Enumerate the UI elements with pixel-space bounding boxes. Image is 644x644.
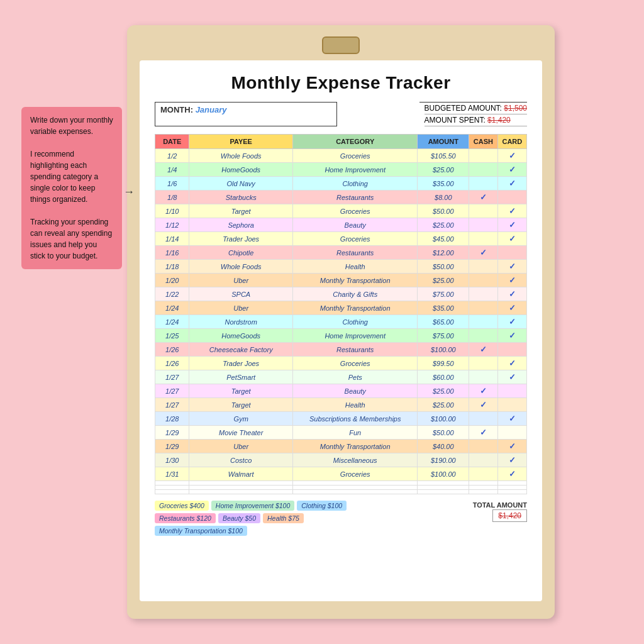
cell-payee: Whole Foods [189, 260, 292, 274]
col-header-category: CATEGORY [292, 135, 418, 149]
table-row: 1/4HomeGoodsHome Improvement$25.00✓ [155, 163, 527, 177]
cell-category [292, 486, 418, 490]
cell-cash [469, 149, 498, 163]
cell-category: Groceries [292, 357, 418, 370]
cell-card: ✓ [497, 301, 526, 315]
cell-card: ✓ [497, 315, 526, 329]
cell-amount: $25.00 [418, 163, 469, 177]
cell-category: Beauty [292, 384, 418, 398]
cell-card: ✓ [497, 287, 526, 301]
page-title: Monthly Expense Tracker [155, 73, 527, 93]
budget-fields: BUDGETED AMOUNT: $1,500 AMOUNT SPENT: $1… [419, 102, 527, 126]
cell-card: ✓ [497, 467, 526, 481]
cell-card: ✓ [497, 357, 526, 370]
cell-payee: Uber [189, 301, 292, 315]
table-row: 1/8StarbucksRestaurants$8.00✓ [155, 191, 527, 204]
cell-cash [469, 440, 498, 453]
cell-amount: $60.00 [418, 370, 469, 384]
cell-cash: ✓ [469, 191, 498, 204]
cell-date: 1/2 [155, 149, 189, 163]
cell-date: 1/24 [155, 301, 189, 315]
cell-cash [469, 315, 498, 329]
cell-date: 1/12 [155, 218, 189, 232]
cell-amount: $8.00 [418, 191, 469, 204]
cell-cash: ✓ [469, 398, 498, 412]
cell-payee: Walmart [189, 467, 292, 481]
cell-card [497, 384, 526, 398]
cell-amount: $50.00 [418, 204, 469, 218]
col-header-date: DATE [155, 135, 189, 149]
cell-card: ✓ [497, 218, 526, 232]
cell-category [292, 481, 418, 486]
table-row: 1/22SPCACharity & Gifts$75.00✓ [155, 287, 527, 301]
cell-card [497, 490, 526, 494]
cell-category: Miscellaneous [292, 453, 418, 467]
cell-category: Health [292, 260, 418, 274]
cell-amount: $25.00 [418, 218, 469, 232]
cell-cash: ✓ [469, 246, 498, 260]
table-row: 1/12SephoraBeauty$25.00✓ [155, 218, 527, 232]
cell-payee: Target [189, 204, 292, 218]
cell-date: 1/31 [155, 467, 189, 481]
cell-payee: HomeGoods [189, 163, 292, 177]
cell-amount [418, 481, 469, 486]
table-header-row: DATE PAYEE CATEGORY AMOUNT CASH CARD [155, 135, 527, 149]
arrow-icon: → [123, 186, 135, 199]
table-row: 1/16ChipotleRestaurants$12.00✓ [155, 246, 527, 260]
cell-date: 1/16 [155, 246, 189, 260]
category-tag: Health $75 [263, 513, 304, 523]
table-row [155, 490, 527, 494]
cell-category: Subscriptions & Memberships [292, 412, 418, 426]
table-row: 1/24UberMonthly Transportation$35.00✓ [155, 301, 527, 315]
cell-cash [469, 481, 498, 486]
cell-category: Charity & Gifts [292, 287, 418, 301]
table-row: 1/10TargetGroceries$50.00✓ [155, 204, 527, 218]
cell-date [155, 481, 189, 486]
cell-category: Clothing [292, 315, 418, 329]
cell-cash [469, 163, 498, 177]
table-row: 1/31WalmartGroceries$100.00✓ [155, 467, 527, 481]
sidebar-para1: Write down your monthly variable expense… [30, 114, 113, 137]
cell-card: ✓ [497, 440, 526, 453]
spent-label: AMOUNT SPENT: [425, 116, 486, 125]
table-row: 1/20UberMonthly Transportation$25.00✓ [155, 274, 527, 287]
month-field: MONTH: January [155, 102, 337, 126]
category-tag: Home Improvement $100 [211, 501, 294, 511]
category-tag: Groceries $400 [155, 501, 209, 511]
cell-payee: HomeGoods [189, 329, 292, 343]
total-label: TOTAL AMOUNT [473, 501, 527, 509]
cell-payee: Sephora [189, 218, 292, 232]
cell-amount [418, 486, 469, 490]
budgeted-row: BUDGETED AMOUNT: $1,500 [425, 103, 527, 114]
cell-amount: $105.50 [418, 149, 469, 163]
cell-date [155, 486, 189, 490]
table-row: 1/24NordstromClothing$65.00✓ [155, 315, 527, 329]
cell-category: Groceries [292, 232, 418, 246]
spent-value: $1,420 [487, 116, 511, 125]
cell-amount: $40.00 [418, 440, 469, 453]
col-header-amount: AMOUNT [418, 135, 469, 149]
cell-payee: Target [189, 398, 292, 412]
cell-payee: Nordstrom [189, 315, 292, 329]
table-row: 1/27PetSmartPets$60.00✓ [155, 370, 527, 384]
table-row: 1/26Trader JoesGroceries$99.50✓ [155, 357, 527, 370]
cell-amount: $50.00 [418, 426, 469, 440]
cell-card [497, 246, 526, 260]
sidebar-para2: I recommend highlighting each spending c… [30, 148, 113, 205]
cell-category: Home Improvement [292, 163, 418, 177]
cell-category [292, 490, 418, 494]
cell-payee: Movie Theater [189, 426, 292, 440]
cell-amount: $99.50 [418, 357, 469, 370]
sidebar-note: Write down your monthly variable expense… [21, 107, 122, 269]
cell-date: 1/27 [155, 398, 189, 412]
cell-category: Pets [292, 370, 418, 384]
cell-card: ✓ [497, 163, 526, 177]
cell-category: Monthly Transportation [292, 440, 418, 453]
cell-payee [189, 481, 292, 486]
cell-payee: PetSmart [189, 370, 292, 384]
cell-category: Fun [292, 426, 418, 440]
table-row [155, 481, 527, 486]
cell-cash [469, 490, 498, 494]
cell-category: Groceries [292, 204, 418, 218]
cell-date: 1/26 [155, 357, 189, 370]
